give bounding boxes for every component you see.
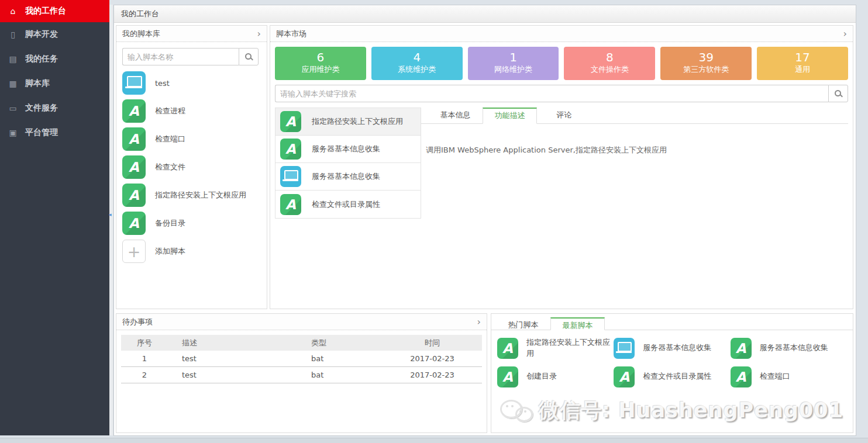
files-icon: [8, 103, 18, 113]
app-icon: [280, 111, 301, 132]
my-script-item[interactable]: 检查进程: [122, 97, 259, 125]
market-script-list: 指定路径安装上下文根应用 服务器基本信息收集 服务器基本信息收集 检查文件或目录…: [275, 108, 421, 219]
sidebar-item[interactable]: 我的工作台: [0, 0, 109, 22]
page-title: 我的工作台: [114, 5, 856, 23]
detail-tab[interactable]: 基本信息: [428, 108, 483, 124]
hot-script-label: 服务器基本信息收集: [643, 342, 711, 354]
my-script-item[interactable]: 检查端口: [122, 125, 259, 153]
market-script-item[interactable]: 指定路径安装上下文根应用: [275, 108, 421, 136]
category-label: 第三方软件类: [660, 64, 752, 75]
category-tile[interactable]: 4 系统维护类: [371, 47, 463, 80]
hot-script-label: 服务器基本信息收集: [760, 342, 828, 354]
laptop-icon: [614, 338, 635, 359]
hot-script-item[interactable]: 创建目录: [497, 366, 614, 387]
search-icon: [244, 53, 253, 61]
category-tile[interactable]: 1 网络维护类: [468, 47, 559, 80]
sidebar-item-label: 我的任务: [25, 54, 58, 64]
category-tile[interactable]: 8 文件操作类: [564, 47, 655, 80]
sidebar-collapse-handle[interactable]: [109, 5, 113, 435]
app-icon: [280, 194, 301, 215]
my-script-label: 指定路径安装上下文根应用: [155, 190, 246, 200]
market-script-item[interactable]: 服务器基本信息收集: [275, 163, 421, 191]
hot-script-label: 创建目录: [526, 371, 557, 382]
category-tile[interactable]: 39 第三方软件类: [660, 47, 752, 80]
chevron-right-icon[interactable]: [477, 317, 481, 327]
todo-title: 待办事项: [122, 317, 153, 327]
sidebar-item[interactable]: 脚本开发: [0, 22, 109, 47]
market-script-label: 服务器基本信息收集: [312, 171, 380, 182]
sidebar-item-label: 脚本开发: [25, 29, 58, 40]
hot-script-item[interactable]: 服务器基本信息收集: [614, 337, 730, 359]
hot-script-item[interactable]: 指定路径安装上下文根应用: [497, 337, 614, 359]
cell-type: bat: [295, 371, 383, 379]
category-count: 39: [660, 51, 752, 64]
laptop-icon: [122, 71, 146, 95]
hot-tab[interactable]: 最新脚本: [550, 317, 605, 330]
market-script-detail: 基本信息 功能描述 评论 调用IBM WebSphere Application…: [421, 108, 848, 219]
category-label: 应用维护类: [275, 64, 366, 75]
my-scripts-search-input[interactable]: [122, 48, 239, 65]
market-script-item[interactable]: 服务器基本信息收集: [275, 136, 421, 163]
app-icon: [497, 366, 518, 387]
sidebar-item-label: 脚本库: [25, 78, 50, 89]
detail-tab[interactable]: 评论: [537, 108, 591, 124]
market-search-button[interactable]: [828, 85, 848, 102]
market-title: 脚本市场: [276, 29, 306, 39]
detail-tab[interactable]: 功能描述: [483, 108, 537, 124]
my-scripts-title: 我的脚本库: [122, 29, 160, 39]
market-script-label: 指定路径安装上下文根应用: [312, 116, 403, 127]
hot-tab[interactable]: 热门脚本: [496, 317, 550, 330]
platform-icon: [8, 128, 18, 137]
app-icon: [122, 212, 146, 235]
sidebar-item-label: 文件服务: [25, 103, 58, 113]
category-count: 4: [371, 51, 463, 64]
sidebar-item[interactable]: 平台管理: [0, 120, 109, 145]
script-description: 调用IBM WebSphere Application Server,指定路径安…: [421, 124, 848, 155]
my-scripts-search-button[interactable]: [239, 48, 259, 65]
my-script-item[interactable]: 添加脚本: [122, 237, 259, 265]
hot-script-label: 检查端口: [760, 371, 790, 382]
market-script-label: 服务器基本信息收集: [312, 144, 380, 154]
hot-script-item[interactable]: 检查端口: [731, 366, 847, 387]
my-script-item[interactable]: test: [122, 69, 259, 97]
horizontal-scrollbar[interactable]: [0, 438, 868, 443]
app-icon: [614, 366, 635, 387]
script-market-panel: 脚本市场 6 应用维护类 4 系统维护类 1 网络维护类 8 文件操作类 39 …: [270, 25, 853, 309]
cell-type: bat: [295, 354, 383, 363]
my-script-item[interactable]: 指定路径安装上下文根应用: [122, 181, 259, 209]
my-script-item[interactable]: 检查文件: [122, 153, 259, 181]
hot-script-item[interactable]: 检查文件或目录属性: [614, 366, 730, 387]
category-label: 文件操作类: [564, 64, 655, 75]
market-script-item[interactable]: 检查文件或目录属性: [275, 191, 421, 218]
category-tile[interactable]: 6 应用维护类: [275, 47, 366, 80]
chevron-right-icon[interactable]: [257, 29, 261, 39]
sidebar-item-label: 平台管理: [25, 127, 58, 138]
hot-script-label: 检查文件或目录属性: [643, 371, 711, 382]
home-icon: [8, 6, 18, 16]
category-count: 6: [275, 51, 366, 64]
my-script-item[interactable]: 备份目录: [122, 209, 259, 237]
category-label: 网络维护类: [468, 64, 559, 75]
search-icon: [834, 89, 843, 98]
my-script-label: 检查端口: [155, 134, 185, 144]
library-icon: [8, 79, 18, 88]
hot-script-item[interactable]: 服务器基本信息收集: [731, 337, 847, 359]
app-icon: [122, 127, 146, 151]
app-icon: [731, 338, 752, 359]
app-icon: [122, 184, 146, 207]
sidebar-item[interactable]: 脚本库: [0, 71, 109, 96]
sidebar-item-label: 我的工作台: [25, 6, 66, 16]
plus-icon: [122, 240, 146, 263]
market-search-input[interactable]: [275, 85, 828, 102]
hot-scripts-panel: 热门脚本 最新脚本 指定路径安装上下文根应用 服务器基本信息收集 服务器基本信息…: [491, 313, 853, 433]
table-row: 2 test bat 2017-02-23: [121, 367, 482, 383]
laptop-icon: [280, 166, 301, 187]
chevron-right-icon[interactable]: [843, 29, 847, 39]
my-script-label: 备份目录: [155, 218, 185, 229]
cell-description: test: [168, 354, 295, 363]
app-icon: [497, 338, 518, 359]
app-icon: [122, 155, 146, 179]
sidebar-item[interactable]: 文件服务: [0, 96, 109, 120]
sidebar-item[interactable]: 我的任务: [0, 47, 109, 71]
category-tile[interactable]: 17 通用: [757, 47, 848, 80]
